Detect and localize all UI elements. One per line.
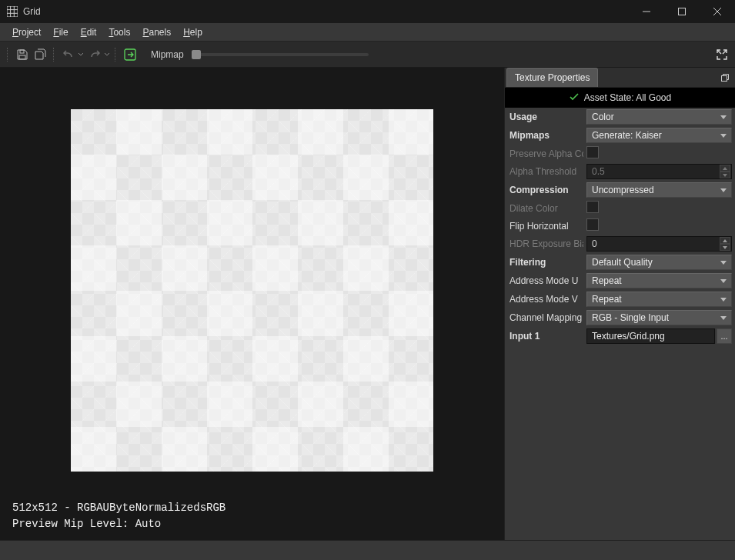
label-input1: Input 1: [505, 327, 583, 345]
save-all-button[interactable]: [32, 46, 49, 63]
dropdown-filtering[interactable]: Default Quality: [586, 255, 732, 270]
tab-texture-properties[interactable]: Texture Properties: [506, 68, 598, 87]
menu-file[interactable]: File: [47, 25, 74, 40]
menubar: Project File Edit Tools Panels Help: [0, 23, 735, 42]
check-icon: [569, 92, 580, 105]
svg-rect-12: [722, 75, 727, 81]
checkbox-dilate-color: [586, 201, 599, 213]
label-flip-horizontal: Flip Horizontal: [505, 217, 583, 235]
label-filtering: Filtering: [505, 253, 583, 272]
menu-tools[interactable]: Tools: [102, 25, 136, 40]
import-button[interactable]: [122, 46, 139, 63]
redo-dropdown[interactable]: [103, 52, 111, 58]
minimize-button[interactable]: [629, 0, 664, 23]
input-alpha-threshold: 0.5: [586, 164, 732, 179]
label-hdr-bias: HDR Exposure Bias: [505, 235, 583, 253]
svg-rect-6: [679, 8, 686, 15]
maximize-button[interactable]: [664, 0, 700, 23]
dropdown-mipmaps[interactable]: Generate: Kaiser: [586, 128, 732, 143]
label-preserve-alpha: Preserve Alpha Coverage: [505, 145, 583, 162]
input-input1[interactable]: Textures/Grid.png: [586, 328, 715, 344]
dropdown-addr-u[interactable]: Repeat: [586, 273, 732, 288]
redo-button[interactable]: [86, 46, 103, 63]
save-button[interactable]: [14, 46, 31, 63]
checkbox-preserve-alpha: [586, 146, 599, 158]
browse-input1-button[interactable]: ...: [717, 328, 732, 344]
toolbar: Mipmap: [0, 42, 735, 68]
input-hdr-bias[interactable]: 0: [586, 236, 732, 252]
dropdown-addr-v[interactable]: Repeat: [586, 292, 732, 307]
properties-panel: Texture Properties Asset State: All Good…: [504, 68, 735, 540]
dropdown-usage[interactable]: Color: [586, 109, 732, 125]
mipmap-label: Mipmap: [151, 49, 184, 60]
app-icon: [6, 5, 18, 18]
svg-rect-9: [20, 50, 24, 53]
undo-button[interactable]: [60, 46, 77, 63]
label-compression: Compression: [505, 181, 583, 199]
label-alpha-threshold: Alpha Threshold: [505, 162, 583, 181]
menu-project[interactable]: Project: [6, 25, 47, 40]
dropdown-channel-mapping[interactable]: RGB - Single Input: [586, 310, 732, 325]
texture-viewport[interactable]: 512x512 - RGBAUByteNormalizedsRGB Previe…: [0, 68, 504, 540]
titlebar: Grid: [0, 0, 735, 23]
asset-state-text: Asset State: All Good: [584, 92, 671, 103]
undo-dropdown[interactable]: [77, 52, 85, 58]
menu-panels[interactable]: Panels: [136, 25, 177, 40]
mipmap-slider-thumb[interactable]: [192, 50, 201, 59]
asset-state-bar: Asset State: All Good: [505, 88, 735, 108]
close-button[interactable]: [700, 0, 735, 23]
label-mipmaps: Mipmaps: [505, 126, 583, 145]
texture-canvas: [71, 109, 433, 472]
window-title: Grid: [23, 6, 629, 17]
property-grid: Usage Color Mipmaps Generate: Kaiser Pre…: [505, 108, 735, 345]
label-addr-v: Address Mode V: [505, 290, 583, 308]
label-channel-mapping: Channel Mapping: [505, 308, 583, 327]
mipmap-slider[interactable]: [192, 53, 369, 56]
statusbar: [0, 540, 735, 560]
label-dilate-color: Dilate Color: [505, 199, 583, 217]
viewport-info: 512x512 - RGBAUByteNormalizedsRGB Previe…: [12, 500, 226, 532]
label-addr-u: Address Mode U: [505, 272, 583, 290]
svg-rect-0: [7, 6, 18, 17]
restore-panel-icon[interactable]: [718, 71, 732, 85]
dropdown-compression[interactable]: Uncompressed: [586, 182, 732, 198]
fullscreen-toggle-button[interactable]: [713, 46, 730, 63]
checkbox-flip-horizontal[interactable]: [586, 218, 599, 231]
menu-edit[interactable]: Edit: [75, 25, 103, 40]
label-usage: Usage: [505, 108, 583, 126]
menu-help[interactable]: Help: [177, 25, 209, 40]
svg-rect-10: [19, 55, 25, 59]
